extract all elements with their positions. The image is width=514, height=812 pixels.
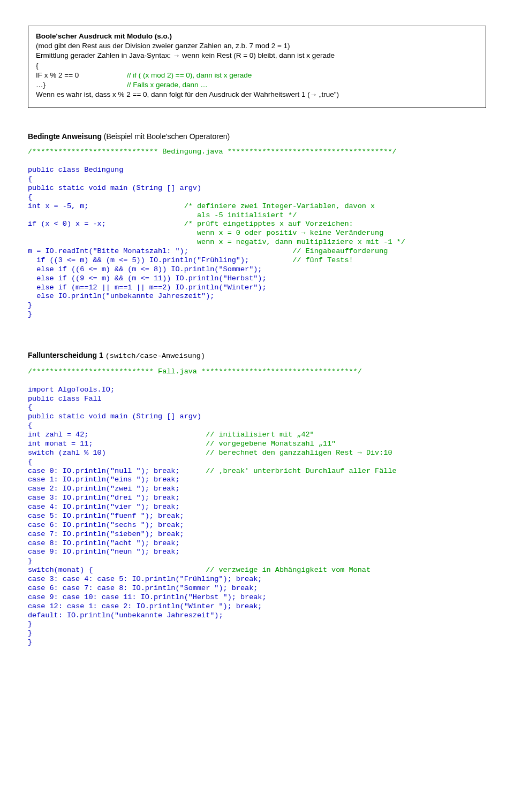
bedingte-title-bold: Bedingte Anweisung (28, 132, 102, 141)
fall-title: Fallunterscheidung 1 (switch/case-Anweis… (28, 350, 486, 361)
box-row1-right: // if ( (x mod 2) == 0), dann ist x gera… (127, 71, 478, 80)
box-row2-left: …} (36, 80, 127, 90)
box-line2: Ermittlung gerader Zahlen in Java-Syntax… (36, 51, 478, 60)
fall-code: /**************************** Fall.java … (28, 367, 486, 647)
box-row1-left: IF x % 2 == 0 (36, 71, 127, 80)
bedingte-title: Bedingte Anweisung (Beispiel mit Boole's… (28, 132, 486, 142)
section-bedingte: Bedingte Anweisung (Beispiel mit Boole's… (28, 132, 486, 320)
bedingte-code: /***************************** Bedingung… (28, 148, 486, 319)
box-row1: IF x % 2 == 0 // if ( (x mod 2) == 0), d… (36, 71, 478, 80)
box-line1: (mod gibt den Rest aus der Division zwei… (36, 41, 478, 51)
box-row2-right: // Falls x gerade, dann … (127, 80, 478, 90)
info-box: Boole'scher Ausdruck mit Modulo (s.o.) (… (28, 26, 486, 108)
box-row2: …} // Falls x gerade, dann … (36, 80, 478, 90)
section-fall: Fallunterscheidung 1 (switch/case-Anweis… (28, 350, 486, 647)
fall-title-mono: (switch/case-Anweisung) (105, 352, 205, 360)
box-title: Boole'scher Ausdruck mit Modulo (s.o.) (36, 32, 478, 41)
box-line3: Wenn es wahr ist, dass x % 2 == 0, dann … (36, 90, 478, 99)
bedingte-title-paren: (Beispiel mit Boole'schen Operatoren) (102, 132, 230, 141)
box-brace: { (36, 61, 478, 71)
fall-title-bold: Fallunterscheidung 1 (28, 351, 105, 359)
